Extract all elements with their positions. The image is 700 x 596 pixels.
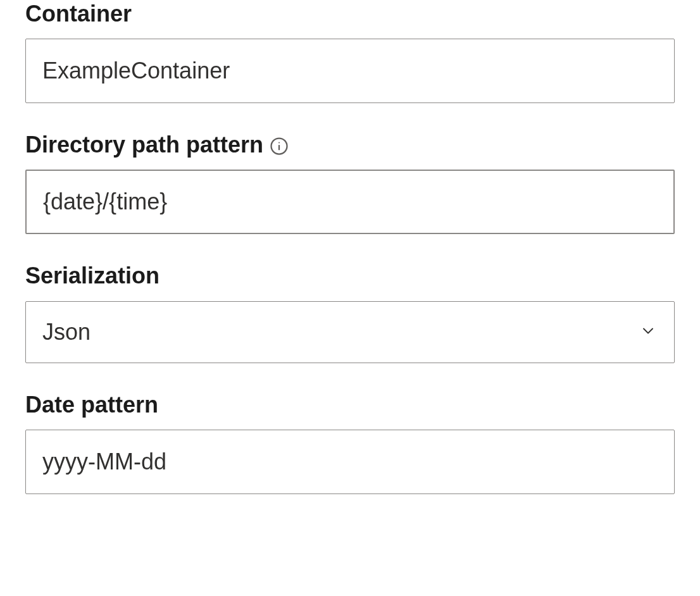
directory-path-pattern-input[interactable] (25, 170, 675, 234)
container-input[interactable] (25, 39, 675, 103)
container-label: Container (25, 0, 132, 27)
info-icon[interactable] (270, 137, 289, 156)
directory-path-pattern-label: Directory path pattern (25, 131, 263, 158)
container-field-group: Container (25, 0, 675, 103)
serialization-label: Serialization (25, 262, 159, 289)
serialization-select-wrapper: Json (25, 301, 675, 363)
serialization-select[interactable]: Json (25, 301, 675, 363)
date-pattern-field-group: Date pattern (25, 391, 675, 494)
date-pattern-label: Date pattern (25, 391, 158, 418)
serialization-field-group: Serialization Json (25, 262, 675, 363)
serialization-label-row: Serialization (25, 262, 675, 289)
svg-point-2 (278, 142, 280, 143)
directory-path-pattern-label-row: Directory path pattern (25, 131, 675, 158)
date-pattern-label-row: Date pattern (25, 391, 675, 418)
date-pattern-input[interactable] (25, 430, 675, 494)
directory-path-pattern-field-group: Directory path pattern (25, 131, 675, 234)
container-label-row: Container (25, 0, 675, 27)
